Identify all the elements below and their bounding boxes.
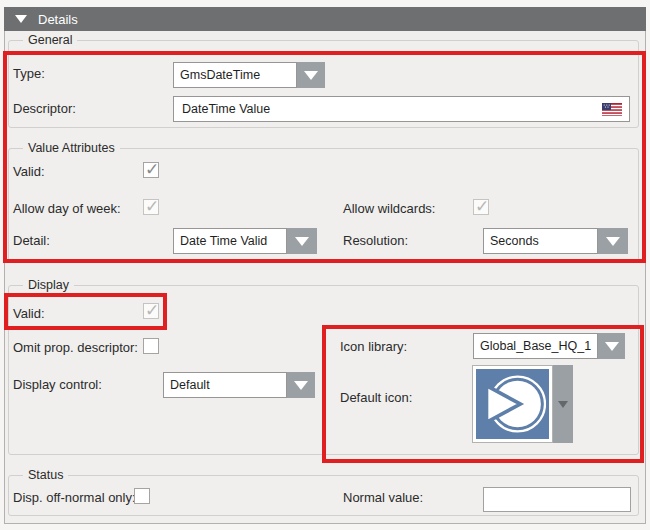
default-icon-dropdown-button[interactable] <box>553 365 573 443</box>
status-groupbox-label: Status <box>23 468 68 483</box>
detail-label: Detail: <box>13 233 50 249</box>
details-header-title: Details <box>38 12 78 27</box>
disp-off-normal-only-checkbox[interactable] <box>134 488 150 504</box>
allow-wildcards-label: Allow wildcards: <box>343 201 435 217</box>
resolution-label: Resolution: <box>343 233 408 249</box>
disp-off-normal-only-label: Disp. off-normal only: <box>13 490 136 506</box>
dropdown-arrow-icon <box>606 237 620 246</box>
type-combobox-value[interactable]: GmsDateTime <box>173 62 297 88</box>
display-valid-checkbox <box>143 303 159 319</box>
allow-day-of-week-label: Allow day of week: <box>13 201 121 217</box>
enter-circle-icon <box>480 372 546 436</box>
descriptor-field-value: DateTime Value <box>182 102 270 116</box>
dropdown-arrow-icon <box>558 401 568 408</box>
normal-value-label: Normal value: <box>343 490 423 506</box>
type-label: Type: <box>13 66 45 82</box>
resolution-combobox-button[interactable] <box>598 228 628 254</box>
default-icon-tile[interactable] <box>476 369 549 439</box>
type-combobox-button[interactable] <box>297 62 325 88</box>
resolution-combobox-value[interactable]: Seconds <box>483 228 598 254</box>
descriptor-label: Descriptor: <box>13 101 76 117</box>
valid-label: Valid: <box>13 164 45 180</box>
dropdown-arrow-icon <box>295 237 309 246</box>
type-combobox[interactable]: GmsDateTime <box>173 62 325 88</box>
allow-wildcards-checkbox <box>473 199 489 215</box>
default-icon-label: Default icon: <box>340 390 412 406</box>
display-control-label: Display control: <box>13 377 102 393</box>
display-control-combobox[interactable]: Default <box>163 372 315 398</box>
display-control-combobox-value[interactable]: Default <box>163 372 287 398</box>
dropdown-arrow-icon <box>605 342 619 351</box>
display-groupbox-label: Display <box>23 278 74 293</box>
icon-library-label: Icon library: <box>340 339 407 355</box>
omit-prop-descriptor-label: Omit prop. descriptor: <box>13 340 138 356</box>
us-flag-icon[interactable] <box>602 103 622 116</box>
dropdown-arrow-icon <box>304 71 318 80</box>
value-attributes-groupbox-label: Value Attributes <box>23 141 120 156</box>
icon-library-combobox-value[interactable]: Global_Base_HQ_1 <box>473 333 598 359</box>
general-groupbox-label: General <box>23 33 77 48</box>
details-header[interactable]: Details <box>4 7 646 31</box>
default-icon-preview[interactable] <box>472 365 553 443</box>
resolution-combobox[interactable]: Seconds <box>483 228 628 254</box>
icon-library-combobox[interactable]: Global_Base_HQ_1 <box>473 333 625 359</box>
detail-combobox-button[interactable] <box>287 228 317 254</box>
display-control-combobox-button[interactable] <box>287 372 315 398</box>
valid-checkbox[interactable] <box>143 162 159 178</box>
details-panel-screen: Details General Value Attributes Display… <box>0 0 650 530</box>
normal-value-input[interactable] <box>483 487 631 512</box>
omit-prop-descriptor-checkbox[interactable] <box>143 338 159 354</box>
collapse-arrow-icon[interactable] <box>15 15 27 23</box>
descriptor-field[interactable]: DateTime Value <box>173 96 630 122</box>
allow-day-of-week-checkbox <box>143 199 159 215</box>
detail-combobox-value[interactable]: Date Time Valid <box>173 228 287 254</box>
dropdown-arrow-icon <box>294 381 308 390</box>
detail-combobox[interactable]: Date Time Valid <box>173 228 317 254</box>
icon-library-combobox-button[interactable] <box>598 333 625 359</box>
display-valid-label: Valid: <box>13 306 45 322</box>
